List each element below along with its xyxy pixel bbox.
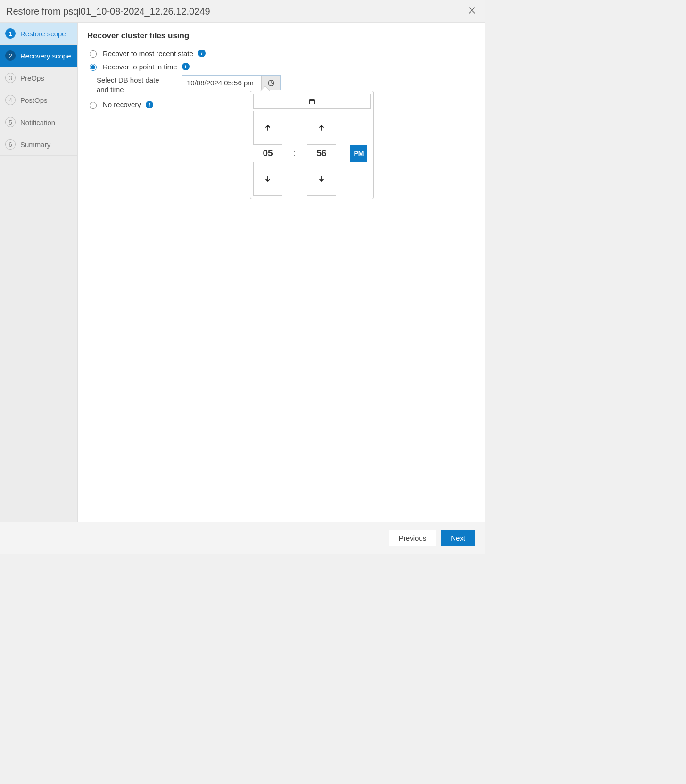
option-recent[interactable]: Recover to most recent state i <box>87 49 475 58</box>
window-title: Restore from psql01_10-08-2024_12.26.12.… <box>6 6 210 17</box>
radio-recent[interactable] <box>90 50 97 58</box>
step-label: Restore scope <box>20 30 66 38</box>
datetime-label: Select DB host date and time <box>97 75 172 95</box>
step-label: PreOps <box>20 74 44 82</box>
time-picker-popover: 05 : 56 PM <box>250 91 374 199</box>
restore-wizard: Restore from psql01_10-08-2024_12.26.12.… <box>0 0 485 554</box>
step-notification[interactable]: 5 Notification <box>0 111 77 133</box>
radio-point[interactable] <box>90 64 97 71</box>
step-label: Recovery scope <box>20 52 71 60</box>
minute-value[interactable]: 56 <box>316 148 326 158</box>
step-label: Summary <box>20 141 50 149</box>
arrow-down-icon <box>318 175 325 182</box>
arrow-down-icon <box>264 175 271 182</box>
step-postops[interactable]: 4 PostOps <box>0 89 77 111</box>
close-button[interactable] <box>467 5 477 17</box>
option-point-in-time[interactable]: Recover to point in time i <box>87 62 475 71</box>
step-label: PostOps <box>20 96 48 104</box>
wizard-steps: 1 Restore scope 2 Recovery scope 3 PreOp… <box>0 23 78 522</box>
step-number: 1 <box>5 28 16 39</box>
hour-down-button[interactable] <box>253 162 282 196</box>
time-colon: : <box>294 149 296 158</box>
step-number: 2 <box>5 50 16 61</box>
wizard-footer: Previous Next <box>0 522 485 554</box>
minute-down-button[interactable] <box>307 162 336 196</box>
svg-rect-1 <box>309 100 314 104</box>
step-content: Recover cluster files using Recover to m… <box>78 23 485 522</box>
titlebar: Restore from psql01_10-08-2024_12.26.12.… <box>0 0 485 23</box>
next-button[interactable]: Next <box>441 530 475 546</box>
previous-button[interactable]: Previous <box>389 530 436 546</box>
step-restore-scope[interactable]: 1 Restore scope <box>0 23 77 45</box>
info-icon[interactable]: i <box>182 63 190 70</box>
option-recent-label: Recover to most recent state <box>103 50 193 58</box>
step-summary[interactable]: 6 Summary <box>0 133 77 156</box>
minute-up-button[interactable] <box>307 111 336 145</box>
content-heading: Recover cluster files using <box>87 31 475 41</box>
wizard-body: 1 Restore scope 2 Recovery scope 3 PreOp… <box>0 23 485 522</box>
ampm-toggle[interactable]: PM <box>350 145 367 162</box>
time-grid: 05 : 56 PM <box>253 111 371 196</box>
radio-none[interactable] <box>90 102 97 109</box>
datetime-input[interactable] <box>182 76 261 90</box>
step-number: 3 <box>5 73 16 83</box>
arrow-up-icon <box>318 125 325 131</box>
close-icon <box>468 6 476 15</box>
hour-up-button[interactable] <box>253 111 282 145</box>
calendar-toggle[interactable] <box>253 94 371 109</box>
clock-icon <box>268 80 274 86</box>
arrow-up-icon <box>264 125 271 131</box>
step-number: 6 <box>5 139 16 150</box>
step-number: 5 <box>5 117 16 127</box>
step-number: 4 <box>5 95 16 105</box>
step-preops[interactable]: 3 PreOps <box>0 67 77 89</box>
option-point-label: Recover to point in time <box>103 63 177 71</box>
option-none-label: No recovery <box>103 100 141 108</box>
calendar-icon <box>309 98 315 105</box>
step-recovery-scope[interactable]: 2 Recovery scope <box>0 45 77 67</box>
info-icon[interactable]: i <box>198 50 206 57</box>
hour-value[interactable]: 05 <box>263 148 273 158</box>
step-label: Notification <box>20 118 55 126</box>
info-icon[interactable]: i <box>146 101 153 108</box>
